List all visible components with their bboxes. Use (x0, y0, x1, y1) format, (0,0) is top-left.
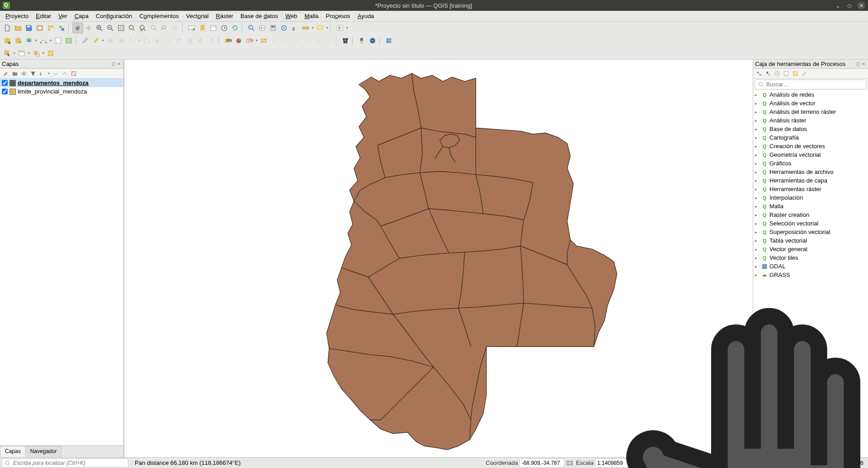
vertex-dropdown[interactable]: ▾ (137, 38, 141, 42)
manage-visibility-button[interactable] (20, 70, 28, 78)
new-shapefile-button[interactable] (13, 35, 24, 46)
save-edits-dropdown[interactable]: ▾ (101, 38, 105, 42)
tree-group[interactable]: ▸QHerramientas de archivo (753, 168, 868, 176)
tree-group[interactable]: ▸QGráficos (753, 159, 868, 168)
layout-manager-button[interactable] (45, 23, 56, 33)
layer-checkbox[interactable] (2, 89, 8, 94)
menu-web[interactable]: Web (282, 12, 301, 20)
deselect-button[interactable] (31, 48, 42, 59)
new-layer-dropdown[interactable]: ▾ (34, 38, 38, 42)
metasearch-button[interactable] (367, 35, 378, 46)
menu-malla[interactable]: Malla (301, 12, 322, 20)
minimize-button[interactable]: ⌄ (834, 1, 842, 9)
menu-procesos[interactable]: Procesos (322, 12, 354, 20)
tree-group[interactable]: ▸QAnálisis del terreno ráster (753, 108, 868, 116)
statistics-button[interactable]: Σ (289, 23, 300, 33)
add-feature-button[interactable] (105, 35, 116, 46)
zoom-to-selection-button[interactable] (127, 23, 137, 33)
tree-group[interactable]: ▸QVector general (753, 245, 868, 253)
add-group-button[interactable] (11, 70, 19, 78)
processing-search-box[interactable] (755, 80, 866, 89)
python-console-button[interactable] (356, 35, 367, 46)
menu-configuracion[interactable]: Configuración (92, 12, 136, 20)
menu-proyecto[interactable]: Proyecto (2, 12, 32, 20)
labels-dropdown[interactable]: ▾ (255, 38, 259, 42)
tree-group[interactable]: ▸QAnálisis de redes (753, 90, 868, 99)
tab-capas[interactable]: Capas (0, 446, 26, 457)
label-button[interactable]: abc (222, 35, 233, 46)
new-map-view-button[interactable] (186, 23, 197, 33)
new-project-button[interactable] (2, 23, 13, 33)
menu-complementos[interactable]: Complementos (136, 12, 182, 20)
select-all-button[interactable] (45, 48, 56, 59)
maptips-button[interactable] (315, 23, 326, 33)
add-wms-button[interactable] (63, 35, 74, 46)
style-manager-button[interactable] (56, 23, 67, 33)
select-by-value-button[interactable] (16, 48, 27, 59)
print-layout-button[interactable] (34, 23, 45, 33)
processing-results-button[interactable] (782, 70, 790, 78)
pan-button[interactable] (72, 23, 83, 33)
add-delimited-button[interactable]: , (52, 35, 63, 46)
locator-box[interactable] (2, 459, 128, 468)
tree-group[interactable]: ▸QCartografía (753, 133, 868, 142)
measure-button[interactable] (300, 23, 311, 33)
panel-close-button[interactable]: ✕ (861, 61, 866, 67)
map-canvas[interactable] (124, 60, 753, 457)
tree-group[interactable]: ▸QVector tiles (753, 253, 868, 262)
annotation-dropdown[interactable]: ▾ (345, 26, 349, 30)
tree-group[interactable]: ▸QRaster creation (753, 211, 868, 219)
toolbox-button[interactable] (278, 23, 289, 33)
select-features-button[interactable] (2, 48, 13, 59)
processing-history-button[interactable] (773, 70, 781, 78)
zoom-in-button[interactable] (94, 23, 105, 33)
annotation-text-button[interactable]: T (335, 23, 345, 33)
show-pinned-button[interactable] (313, 35, 324, 46)
menu-ayuda[interactable]: Ayuda (354, 12, 378, 20)
processing-edit-button[interactable] (791, 70, 799, 78)
tree-group[interactable]: ▸QCreación de vectores (753, 142, 868, 150)
zoom-native-button[interactable] (148, 23, 159, 33)
tree-group[interactable]: ▸QBase de datos (753, 125, 868, 133)
tree-group[interactable]: ▸QAnálisis ráster (753, 116, 868, 125)
modify-attrs-button[interactable] (141, 35, 152, 46)
help-button[interactable]: ? (383, 35, 394, 46)
cut-button[interactable] (163, 35, 174, 46)
toggle-editing-button[interactable] (80, 35, 90, 46)
locator-input[interactable] (13, 460, 126, 466)
tree-group[interactable]: ▸QHerramientas ráster (753, 185, 868, 193)
unplaced-labels-button[interactable] (324, 35, 335, 46)
delete-button[interactable] (152, 35, 163, 46)
select-dropdown[interactable]: ▾ (13, 51, 16, 55)
zoom-full-button[interactable] (116, 23, 127, 33)
tree-group[interactable]: ▸QSelección vectorial (753, 219, 868, 228)
tree-group[interactable]: ▸QSuperposición vectorial (753, 228, 868, 236)
open-project-button[interactable] (13, 23, 24, 33)
layer-item-departamentos[interactable]: departamentos_mendoza (0, 79, 123, 87)
layer-checkbox[interactable] (2, 80, 8, 86)
pan-to-selection-button[interactable] (83, 23, 94, 33)
save-edits-button[interactable] (90, 35, 101, 46)
deselect-dropdown[interactable]: ▾ (42, 51, 45, 55)
save-project-button[interactable] (24, 23, 34, 33)
menu-ver[interactable]: Ver (55, 12, 71, 20)
collapse-all-button[interactable] (61, 70, 69, 78)
menu-editar[interactable]: Editar (32, 12, 55, 20)
zoom-out-button[interactable] (105, 23, 116, 33)
panel-undock-button[interactable]: ◱ (855, 61, 861, 67)
menu-capa[interactable]: Capa (71, 12, 92, 20)
paste-button[interactable] (184, 35, 195, 46)
temporal-button[interactable] (208, 23, 219, 33)
add-polygon-button[interactable] (116, 35, 127, 46)
vertex-tool-button[interactable] (127, 35, 137, 46)
select-value-dropdown[interactable]: ▾ (27, 51, 31, 55)
panel-undock-button[interactable]: ◱ (111, 61, 116, 67)
add-vector-button[interactable] (2, 35, 13, 46)
new-virtual-dropdown[interactable]: ▾ (49, 38, 52, 42)
processing-scripts-button[interactable] (764, 70, 772, 78)
remove-layer-button[interactable] (70, 70, 78, 78)
layer-item-limite[interactable]: limite_provincial_mendoza (0, 87, 123, 96)
menu-raster[interactable]: Ráster (212, 12, 236, 20)
menu-vectorial[interactable]: Vectorial (183, 12, 212, 20)
menu-basedatos[interactable]: Base de datos (237, 12, 282, 20)
